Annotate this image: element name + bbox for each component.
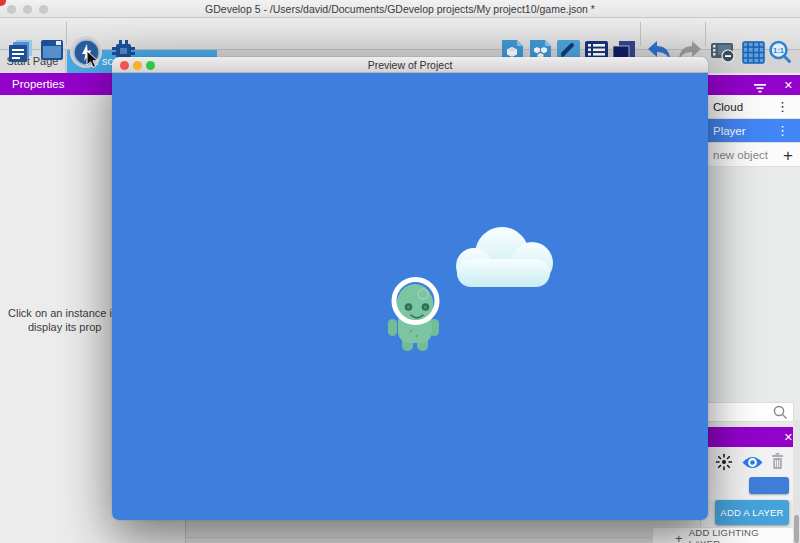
game-preview-canvas[interactable] <box>112 73 708 520</box>
preview-titlebar[interactable]: Preview of Project <box>112 57 708 73</box>
scrollbar-thumb[interactable] <box>794 515 799 543</box>
search-icon <box>773 405 788 424</box>
add-new-object-row[interactable]: new object + <box>701 143 800 167</box>
right-panel-column: ✕ Cloud ⋮ Player ⋮ new object + ✕ <box>700 73 800 543</box>
preview-window-title: Preview of Project <box>112 57 708 73</box>
add-lighting-plus-icon: + <box>675 531 683 543</box>
properties-hint-line2: display its prop <box>28 321 101 333</box>
window-title: GDevelop 5 - /Users/david/Documents/GDev… <box>0 0 800 18</box>
preview-close-button[interactable] <box>120 61 129 70</box>
macos-titlebar: GDevelop 5 - /Users/david/Documents/GDev… <box>0 0 800 18</box>
object-menu-icon[interactable]: ⋮ <box>776 119 789 143</box>
delete-layer-trash-icon[interactable] <box>770 452 785 474</box>
cloud-sprite <box>456 227 553 287</box>
toolbar-separator <box>640 22 641 46</box>
objects-search-input[interactable] <box>701 402 794 422</box>
layer-visibility-eye-icon[interactable] <box>741 455 764 474</box>
main-toolbar: 1:1 <box>0 18 800 50</box>
zoom-ratio-icon[interactable]: 1:1 <box>768 40 793 69</box>
right-panel-scrollbar[interactable] <box>793 420 800 543</box>
lighting-toggle-icon[interactable] <box>715 453 733 475</box>
scene-window-icon[interactable] <box>40 39 64 66</box>
window-mask-icon[interactable] <box>710 42 736 67</box>
grid-icon[interactable] <box>742 41 765 68</box>
game-scene-graphics <box>112 73 708 520</box>
close-layers-panel-icon[interactable]: ✕ <box>784 427 793 447</box>
object-name: Cloud <box>713 101 743 113</box>
close-objects-panel-icon[interactable]: ✕ <box>784 75 793 95</box>
add-object-plus-icon[interactable]: + <box>783 144 793 168</box>
layer-color-swatch[interactable] <box>749 477 789 494</box>
add-lighting-layer-button[interactable]: + ADD LIGHTING LAYER <box>652 527 794 543</box>
object-menu-icon[interactable]: ⋮ <box>776 95 789 119</box>
layers-panel-header: ✕ <box>701 427 800 447</box>
object-row-player[interactable]: Player ⋮ <box>701 119 800 143</box>
mouse-cursor <box>86 51 99 73</box>
add-object-label: new object <box>713 149 768 161</box>
properties-hint-line1: Click on an instance in <box>8 307 118 319</box>
preview-zoom-button[interactable] <box>146 61 155 70</box>
object-name: Player <box>713 125 746 137</box>
add-lighting-label: ADD LIGHTING LAYER <box>689 527 793 543</box>
project-manager-icon[interactable] <box>8 39 35 68</box>
preview-window: Preview of Project <box>112 57 708 520</box>
preview-minimize-button[interactable] <box>133 61 142 70</box>
toolbar-separator <box>705 22 706 46</box>
player-sprite <box>388 280 439 352</box>
zoom-ratio-label: 1:1 <box>773 46 784 55</box>
object-row-cloud[interactable]: Cloud ⋮ <box>701 95 800 119</box>
add-layer-button[interactable]: ADD A LAYER <box>715 500 789 525</box>
objects-panel-header: ✕ <box>701 75 800 95</box>
toolbar-separator <box>66 22 67 46</box>
